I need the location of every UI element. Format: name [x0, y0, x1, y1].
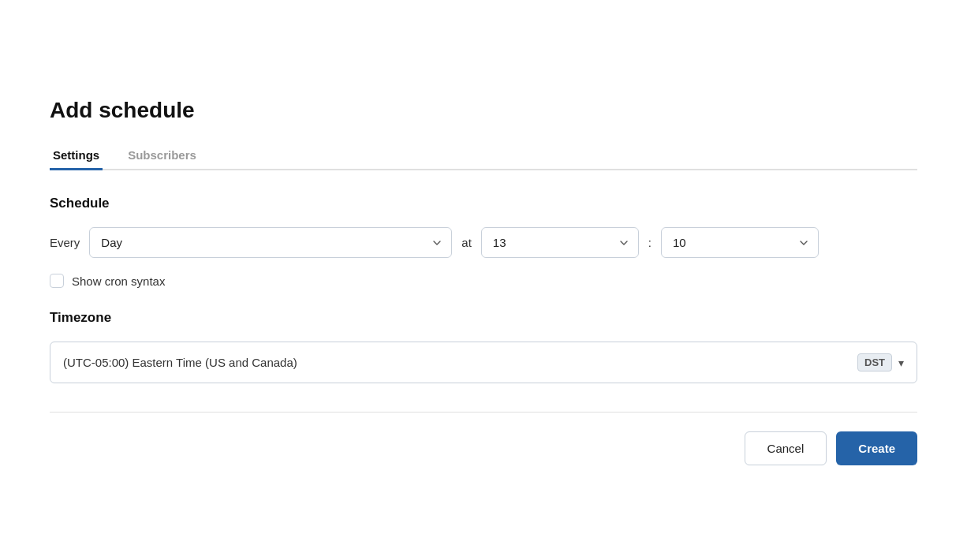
colon-separator: : — [648, 236, 652, 249]
timezone-section: Timezone (UTC-05:00) Eastern Time (US an… — [50, 310, 917, 383]
create-button[interactable]: Create — [836, 431, 917, 465]
tab-settings[interactable]: Settings — [50, 142, 103, 170]
at-label: at — [461, 236, 472, 249]
chevron-down-icon: ▾ — [898, 357, 904, 369]
cancel-button[interactable]: Cancel — [745, 431, 827, 465]
footer-divider — [50, 412, 917, 413]
schedule-section: Schedule Every Day Hour Minute Week Mont… — [50, 196, 917, 288]
cron-checkbox[interactable] — [50, 274, 64, 288]
hour-select[interactable]: 00010203 04050607 08091011 12131415 1617… — [481, 227, 639, 258]
every-label: Every — [50, 236, 80, 249]
schedule-row: Every Day Hour Minute Week Month at 0001… — [50, 227, 917, 258]
frequency-select[interactable]: Day Hour Minute Week Month — [89, 227, 452, 258]
timezone-select[interactable]: (UTC-05:00) Eastern Time (US and Canada)… — [50, 342, 917, 383]
footer: Cancel Create — [50, 431, 917, 465]
cron-label[interactable]: Show cron syntax — [72, 274, 165, 288]
minute-select[interactable]: 00051015 20253035 40455055 — [661, 227, 819, 258]
tab-bar: Settings Subscribers — [50, 142, 917, 170]
add-schedule-dialog: Add schedule Settings Subscribers Schedu… — [18, 69, 949, 491]
dst-badge: DST — [857, 353, 892, 371]
timezone-text: (UTC-05:00) Eastern Time (US and Canada) — [63, 356, 297, 369]
tab-subscribers[interactable]: Subscribers — [125, 142, 200, 170]
dialog-title: Add schedule — [50, 98, 917, 123]
schedule-section-title: Schedule — [50, 196, 917, 211]
timezone-section-title: Timezone — [50, 310, 917, 326]
timezone-right: DST ▾ — [857, 353, 904, 371]
scroll-area: Schedule Every Day Hour Minute Week Mont… — [50, 196, 917, 412]
cron-row: Show cron syntax — [50, 274, 917, 288]
